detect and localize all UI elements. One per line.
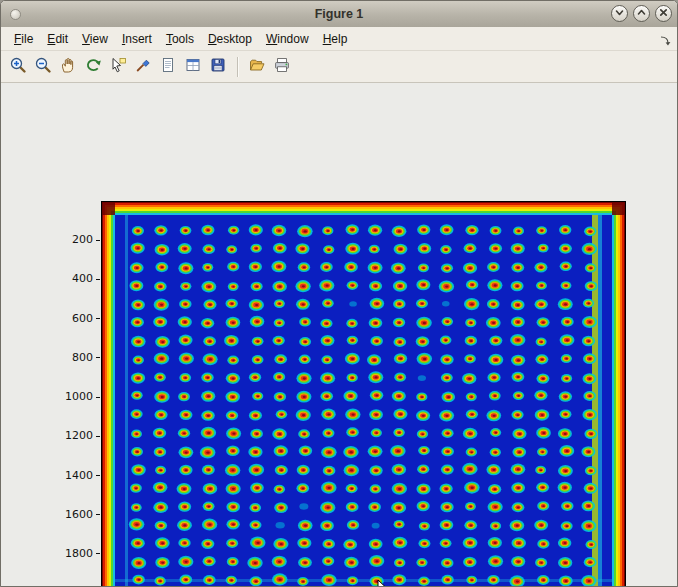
pan-hand-icon bbox=[59, 56, 77, 77]
y-tick-mark bbox=[96, 279, 100, 280]
maximize-button[interactable] bbox=[633, 5, 650, 22]
y-tick-label: 1600 bbox=[51, 508, 93, 521]
menu-item-tools[interactable]: Tools bbox=[159, 29, 201, 49]
menu-item-file[interactable]: File bbox=[7, 29, 40, 49]
axes[interactable]: 2004006008001000120014002004006008001000… bbox=[101, 201, 626, 587]
y-tick-mark bbox=[96, 397, 100, 398]
y-tick-mark bbox=[96, 436, 100, 437]
menu-item-insert[interactable]: Insert bbox=[115, 29, 159, 49]
save-button[interactable] bbox=[206, 55, 230, 79]
y-tick-label: 200 bbox=[51, 233, 93, 246]
menubar: File Edit View Insert Tools Desktop Wind… bbox=[1, 27, 677, 51]
plot-tools-icon bbox=[184, 56, 202, 77]
y-tick-mark bbox=[96, 553, 100, 554]
zoom-out-icon bbox=[34, 56, 52, 77]
zoom-in-button[interactable] bbox=[6, 55, 30, 79]
close-icon bbox=[658, 6, 669, 21]
document-icon bbox=[159, 56, 177, 77]
print-button[interactable] bbox=[270, 55, 294, 79]
brush-button[interactable] bbox=[131, 55, 155, 79]
y-tick-mark bbox=[96, 514, 100, 515]
figure-canvas: 2004006008001000120014002004006008001000… bbox=[1, 83, 677, 586]
document-button[interactable] bbox=[156, 55, 180, 79]
open-button[interactable] bbox=[245, 55, 269, 79]
menu-item-desktop[interactable]: Desktop bbox=[201, 29, 259, 49]
y-tick-mark bbox=[96, 240, 100, 241]
close-button[interactable] bbox=[655, 5, 672, 22]
data-cursor-icon bbox=[109, 56, 127, 77]
folder-open-icon bbox=[248, 56, 266, 77]
menu-item-edit[interactable]: Edit bbox=[40, 29, 75, 49]
chevron-down-icon bbox=[614, 6, 625, 21]
menu-item-window[interactable]: Window bbox=[259, 29, 316, 49]
menu-item-help[interactable]: Help bbox=[316, 29, 355, 49]
y-tick-mark bbox=[96, 475, 100, 476]
y-tick-label: 600 bbox=[51, 312, 93, 325]
y-tick-mark bbox=[96, 357, 100, 358]
window-menu-icon[interactable] bbox=[10, 9, 21, 20]
print-icon bbox=[273, 56, 291, 77]
data-cursor-button[interactable] bbox=[106, 55, 130, 79]
pan-button[interactable] bbox=[56, 55, 80, 79]
dock-icon[interactable] bbox=[659, 32, 671, 50]
menu-item-view[interactable]: View bbox=[75, 29, 115, 49]
y-tick-label: 1000 bbox=[51, 390, 93, 403]
brush-icon bbox=[134, 56, 152, 77]
figure-toolbar bbox=[1, 51, 677, 83]
save-icon bbox=[209, 56, 227, 77]
titlebar[interactable]: Figure 1 bbox=[1, 1, 677, 28]
y-tick-label: 1800 bbox=[51, 547, 93, 560]
plot-image[interactable] bbox=[101, 201, 626, 587]
rotate-3d-icon bbox=[84, 56, 102, 77]
plot-tools-button[interactable] bbox=[181, 55, 205, 79]
chevron-up-icon bbox=[636, 6, 647, 21]
y-tick-mark bbox=[96, 318, 100, 319]
y-tick-label: 400 bbox=[51, 272, 93, 285]
toolbar-separator bbox=[237, 57, 239, 77]
figure-window: Figure 1 File Edit View Insert bbox=[0, 0, 678, 587]
y-tick-label: 1200 bbox=[51, 429, 93, 442]
window-title: Figure 1 bbox=[1, 7, 677, 21]
zoom-out-button[interactable] bbox=[31, 55, 55, 79]
rotate-3d-button[interactable] bbox=[81, 55, 105, 79]
minimize-button[interactable] bbox=[611, 5, 628, 22]
zoom-in-icon bbox=[9, 56, 27, 77]
y-tick-label: 1400 bbox=[51, 469, 93, 482]
y-tick-label: 800 bbox=[51, 351, 93, 364]
